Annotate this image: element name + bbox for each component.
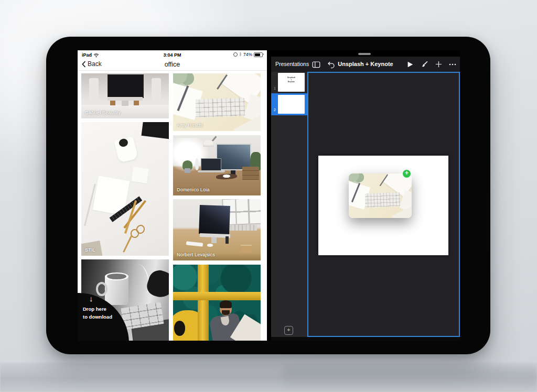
person-hair-shape (220, 300, 232, 308)
hand-shape (144, 267, 169, 300)
mug-inside-shape (107, 274, 126, 279)
drop-hint-line1: Drop here (83, 306, 106, 312)
photo-art-stationery (81, 122, 169, 256)
alarm-icon (233, 52, 238, 57)
undo-icon[interactable] (326, 60, 335, 69)
slide-2-selected-row[interactable]: 2 (271, 93, 307, 115)
photo-credit: Gabriel Beaudry (85, 110, 121, 115)
keynote-toolbar: Presentations Unsplash + Keynote (271, 57, 460, 72)
ipad-screen: iPad 3:04 PM ᛒ 74% (78, 50, 460, 341)
photo-art-imac-window (173, 199, 261, 260)
imac-stand-shape (122, 101, 128, 106)
add-slide-button[interactable]: + (284, 326, 293, 335)
more-icon[interactable] (448, 60, 457, 69)
slide-1-title-text: Unsplash + Keynote (286, 77, 297, 83)
imac-shape (108, 74, 144, 98)
photo-stil[interactable]: STIL (81, 122, 169, 256)
slide-1-number: 1 (274, 86, 276, 91)
drop-add-badge-icon: + (402, 169, 411, 178)
photo-amy-hirschi[interactable]: Amy Hirschi (173, 73, 261, 131)
slide-navigator: Unsplash + Keynote 1 2 + (271, 72, 307, 337)
window-frame-vertical (198, 265, 209, 341)
desktop-background: iPad 3:04 PM ᛒ 74% (0, 0, 537, 392)
mug-handle-shape (96, 282, 108, 296)
unsplash-nav-bar: Back office (78, 60, 267, 71)
keynote-top-strip (271, 50, 460, 57)
slide-canvas[interactable]: + (307, 72, 460, 337)
background-shadow-smudge (283, 368, 537, 392)
photo-yellow-window[interactable] (173, 265, 261, 341)
slide-thumbnail-1[interactable]: Unsplash + Keynote (278, 73, 305, 92)
photo-credit: Norbert Levajsics (177, 252, 215, 257)
pen-holder-shape (225, 236, 229, 244)
keyboard-shape (365, 192, 401, 208)
bottle-shape (195, 158, 199, 170)
slide-navigator-icon[interactable] (312, 60, 320, 69)
photo-norbert-levajsics[interactable]: Norbert Levajsics (173, 199, 261, 260)
imac-chin-shape (108, 97, 143, 101)
ipad-device: iPad 3:04 PM ᛒ 74% (46, 37, 490, 354)
wood-accent-shape (110, 101, 115, 105)
photo-gabriel-beaudry[interactable]: Gabriel Beaudry (81, 73, 169, 118)
dragged-photo-art (349, 173, 412, 218)
note-shape (131, 167, 149, 183)
photo-credit: Amy Hirschi (177, 123, 203, 128)
keynote-bottom-strip (271, 337, 460, 341)
keyboard-shape (196, 98, 245, 118)
dragged-image-preview[interactable] (349, 173, 412, 218)
photo-art-yellow-window (173, 265, 261, 341)
drop-hint-line2: to download (83, 314, 112, 320)
box-shape (241, 245, 252, 253)
lamp-shape (203, 140, 214, 147)
pot-shape (185, 168, 191, 173)
unsplash-app: iPad 3:04 PM ᛒ 74% (78, 50, 267, 341)
dark-corner-shape (141, 122, 169, 141)
photo-art-workstation (173, 135, 261, 195)
arrow-down-icon: ↓ (89, 294, 93, 303)
current-slide[interactable]: + (318, 156, 448, 255)
status-right: ᛒ 74% (233, 52, 263, 57)
slide-thumbnail-2[interactable] (278, 95, 305, 114)
photo-credit: STIL (85, 247, 95, 253)
bluetooth-icon: ᛒ (239, 52, 242, 57)
speaker-shape (89, 78, 99, 102)
photo-credit: Domenico Loia (177, 187, 210, 192)
battery-percent: 74% (243, 52, 252, 57)
speaker-shape (152, 78, 161, 102)
window-frame-horizontal (173, 292, 261, 300)
slide-2-number: 2 (274, 108, 276, 112)
keyboard-shape (186, 241, 203, 246)
keynote-app: Presentations Unsplash + Keynote (271, 50, 460, 341)
laptop-base-shape (198, 170, 225, 172)
status-bar: iPad 3:04 PM ᛒ 74% (78, 50, 267, 60)
presentations-back-button[interactable]: Presentations (275, 61, 309, 67)
split-view-handle[interactable] (358, 53, 371, 55)
crate-shape (242, 167, 259, 180)
battery-icon (254, 52, 263, 57)
clip-shape (123, 235, 133, 253)
mouse-shape (207, 244, 213, 246)
format-brush-icon[interactable] (420, 60, 429, 69)
photo-domenico-loia[interactable]: Domenico Loia (173, 135, 261, 195)
mouse-shape (223, 175, 230, 178)
imac-shape (199, 205, 230, 235)
laptop-shape (201, 158, 221, 171)
play-button[interactable] (405, 60, 414, 69)
radiator-shape (228, 225, 257, 231)
add-object-icon[interactable] (434, 60, 443, 69)
search-query-title: office (78, 61, 267, 68)
imac-stand-shape (211, 237, 217, 244)
wood-accent-shape (134, 101, 139, 105)
person-beard-shape (222, 310, 230, 315)
